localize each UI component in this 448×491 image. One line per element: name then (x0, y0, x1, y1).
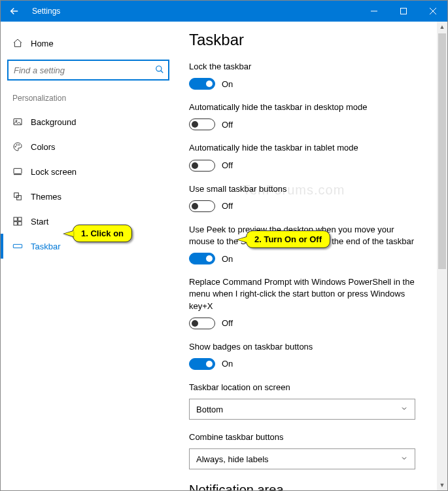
svg-rect-1 (400, 9, 406, 14)
dropdown-value: Always, hide labels (196, 454, 269, 464)
palette-icon (12, 141, 31, 152)
toggle-powershell[interactable] (189, 318, 215, 329)
svg-rect-13 (14, 193, 19, 198)
image-icon (12, 117, 31, 127)
sidebar-section-label: Personalization (7, 90, 179, 107)
setting-label: Show badges on taskbar buttons (189, 341, 432, 353)
sidebar-item-label: Taskbar (31, 242, 61, 251)
toggle-state: Off (222, 120, 233, 130)
svg-rect-11 (14, 168, 22, 173)
svg-rect-18 (18, 222, 22, 225)
setting-label: Automatically hide the taskbar in tablet… (189, 142, 432, 154)
search-input[interactable] (7, 60, 169, 81)
svg-point-9 (16, 145, 17, 145)
scrollbar-thumb[interactable] (438, 33, 446, 269)
setting-lock-taskbar: Lock the taskbar On (189, 61, 432, 90)
toggle-badges[interactable] (189, 358, 215, 370)
sidebar-item-label: Colors (31, 142, 56, 152)
svg-rect-16 (18, 217, 22, 221)
svg-rect-17 (14, 222, 17, 225)
svg-point-8 (15, 146, 16, 147)
toggle-small-buttons[interactable] (189, 200, 215, 212)
sidebar-item-label: Background (31, 117, 76, 127)
toggle-state: Off (222, 160, 233, 170)
toggle-state: On (222, 359, 233, 369)
svg-rect-15 (14, 217, 17, 221)
setting-label: Combine taskbar buttons (189, 431, 432, 443)
svg-rect-19 (13, 244, 22, 247)
toggle-state: Off (222, 201, 233, 211)
window-title: Settings (28, 7, 359, 16)
main-panel: Taskbar Lock the taskbar On Automaticall… (185, 22, 447, 490)
setting-label: Automatically hide the taskbar in deskto… (189, 101, 432, 113)
dropdown-location[interactable]: Bottom (189, 399, 415, 420)
dropdown-combine[interactable]: Always, hide labels (189, 448, 415, 469)
svg-point-4 (156, 65, 162, 71)
setting-label: Taskbar location on screen (189, 382, 432, 393)
search-container (7, 60, 179, 81)
svg-point-10 (18, 145, 19, 145)
toggle-peek[interactable] (189, 253, 215, 264)
setting-combine: Combine taskbar buttons Always, hide lab… (189, 431, 432, 469)
setting-label: Use small taskbar buttons (189, 183, 432, 195)
sidebar-item-label: Start (31, 217, 48, 227)
scroll-down-icon[interactable]: ▼ (437, 480, 447, 490)
svg-line-5 (161, 70, 164, 73)
sidebar-item-themes[interactable]: Themes (7, 184, 179, 209)
toggle-state: Off (222, 318, 233, 328)
start-icon (12, 216, 31, 227)
setting-small-buttons: Use small taskbar buttons Off (189, 183, 432, 212)
setting-badges: Show badges on taskbar buttons On (189, 341, 432, 370)
annotation-callout-1: 1. Click on (73, 225, 132, 242)
scrollbar[interactable]: ▲ ▼ (437, 22, 447, 490)
toggle-state: On (222, 79, 233, 89)
toggle-lock-taskbar[interactable] (189, 78, 215, 90)
close-button[interactable] (418, 1, 447, 22)
sidebar-item-label: Themes (31, 192, 61, 202)
svg-rect-14 (17, 196, 22, 200)
scroll-up-icon[interactable]: ▲ (437, 22, 447, 32)
setting-autohide-tablet: Automatically hide the taskbar in tablet… (189, 142, 432, 171)
sidebar-home-label: Home (31, 39, 54, 48)
sidebar-item-background[interactable]: Background (7, 109, 179, 134)
setting-location: Taskbar location on screen Bottom (189, 382, 432, 420)
dropdown-value: Bottom (196, 405, 223, 414)
annotation-callout-2: 2. Turn On or Off (246, 230, 330, 248)
sidebar: Home Personalization Background Colors L… (1, 22, 185, 490)
sidebar-item-lockscreen[interactable]: Lock screen (7, 159, 179, 184)
taskbar-icon (12, 241, 31, 251)
toggle-state: On (222, 254, 233, 264)
sidebar-item-colors[interactable]: Colors (7, 134, 179, 159)
setting-label: Lock the taskbar (189, 61, 432, 73)
chevron-down-icon (400, 454, 408, 464)
search-field[interactable] (14, 65, 155, 75)
toggle-autohide-tablet[interactable] (189, 160, 215, 172)
setting-powershell: Replace Command Prompt with Windows Powe… (189, 276, 432, 329)
search-icon (155, 65, 164, 76)
minimize-button[interactable] (359, 1, 388, 22)
themes-icon (12, 191, 31, 202)
lockscreen-icon (12, 166, 31, 177)
setting-autohide-desktop: Automatically hide the taskbar in deskto… (189, 101, 432, 130)
back-button[interactable] (1, 1, 28, 22)
titlebar: Settings (1, 1, 447, 22)
home-icon (12, 38, 31, 48)
toggle-autohide-desktop[interactable] (189, 118, 215, 130)
sidebar-item-label: Lock screen (31, 167, 77, 177)
setting-label: Replace Command Prompt with Windows Powe… (189, 276, 424, 312)
sidebar-home[interactable]: Home (7, 31, 179, 56)
subheading-notification: Notification area (189, 482, 432, 490)
maximize-button[interactable] (388, 1, 418, 22)
page-title: Taskbar (189, 31, 432, 49)
chevron-down-icon (400, 405, 408, 414)
